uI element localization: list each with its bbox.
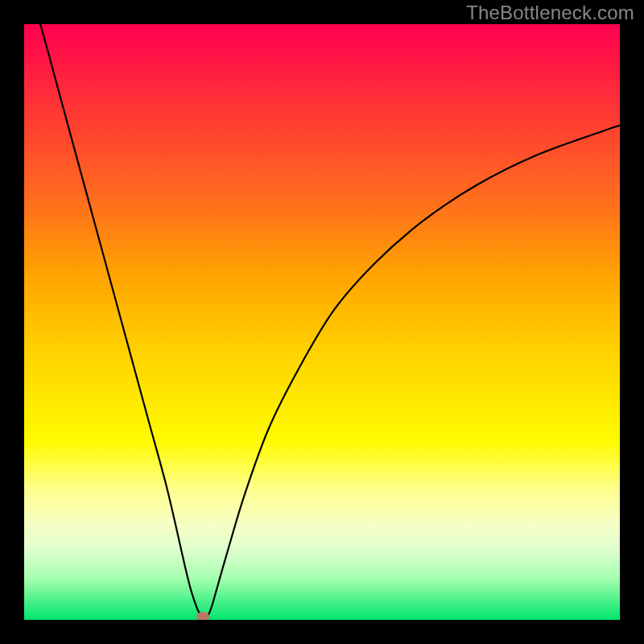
chart-svg: [24, 24, 620, 620]
marker-point: [196, 612, 209, 620]
chart-frame: TheBottleneck.com: [0, 0, 644, 644]
bottleneck-curve: [24, 24, 620, 620]
watermark-text: TheBottleneck.com: [466, 2, 634, 24]
